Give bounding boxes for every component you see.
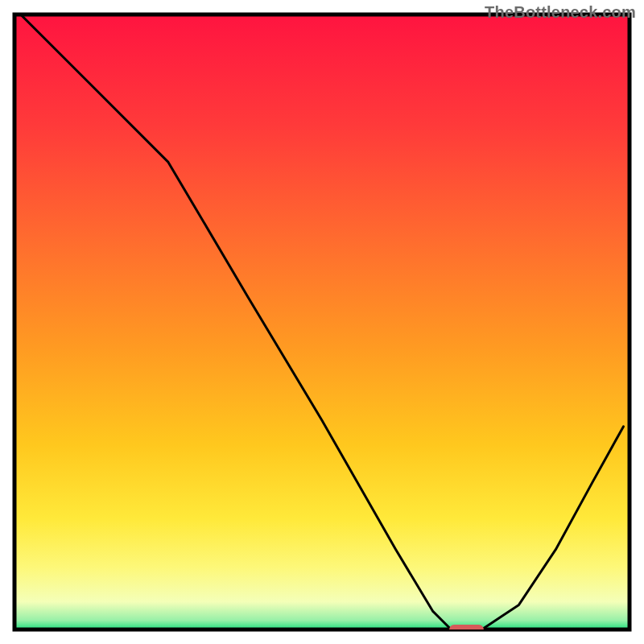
chart-stage: TheBottleneck.com <box>0 0 644 644</box>
optimum-marker <box>449 625 484 634</box>
plot-area <box>14 14 630 634</box>
watermark-text: TheBottleneck.com <box>485 3 636 22</box>
gradient-background <box>14 14 630 630</box>
bottleneck-chart <box>0 0 644 644</box>
